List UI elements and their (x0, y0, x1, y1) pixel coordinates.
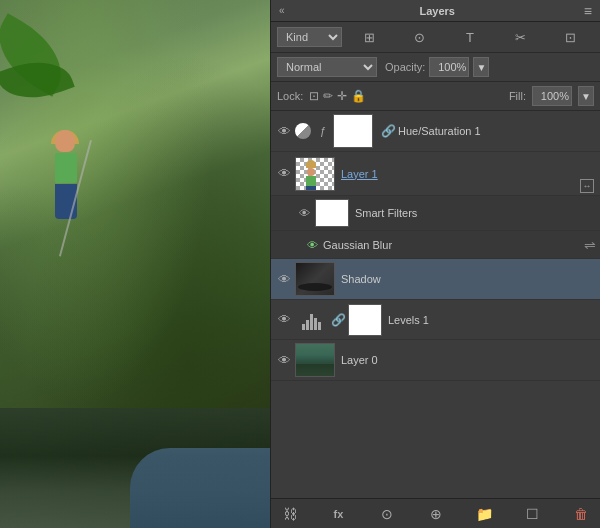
layer-thumb-hue-sat (333, 114, 373, 148)
link-icon-levels1: 🔗 (331, 313, 346, 327)
panel-title: Layers (419, 5, 454, 17)
blend-bar: Normal Multiply Screen Overlay Opacity: … (271, 53, 600, 82)
levels-icon (295, 304, 327, 336)
lock-position-icon[interactable]: ✛ (337, 89, 347, 103)
link-icon-hue-sat: 🔗 (381, 124, 396, 138)
lock-all-icon[interactable]: 🔒 (351, 89, 366, 103)
footer-delete-icon[interactable]: 🗑 (570, 506, 592, 522)
footer-fx-icon[interactable]: fx (328, 508, 350, 520)
visibility-eye-layer1[interactable]: 👁 (275, 166, 293, 181)
footer-new-layer-icon[interactable]: ☐ (522, 506, 544, 522)
fill-dropdown-button[interactable]: ▼ (578, 86, 594, 106)
background-photo (0, 0, 270, 528)
water-area (130, 448, 270, 528)
lock-image-icon[interactable]: ✏ (323, 89, 333, 103)
layers-list: 👁 ƒ 🔗 Hue/Saturation 1 👁 Layer 1 (271, 111, 600, 498)
fx-icon-hue-sat: ƒ (315, 125, 331, 137)
layer-name-shadow: Shadow (341, 273, 596, 285)
visibility-eye-layer0[interactable]: 👁 (275, 353, 293, 368)
footer-group-icon[interactable]: 📁 (473, 506, 495, 522)
panel-footer: ⛓ fx ⊙ ⊕ 📁 ☐ 🗑 (271, 498, 600, 528)
visibility-eye-gaussian[interactable]: 👁 (303, 239, 321, 251)
layer-row-shadow[interactable]: 👁 Shadow (271, 259, 600, 300)
layer-row-layer0[interactable]: 👁 Layer 0 (271, 340, 600, 381)
panel-header: « Layers ≡ (271, 0, 600, 22)
lock-bar: Lock: ⊡ ✏ ✛ 🔒 Fill: ▼ (271, 82, 600, 111)
layer-row-smart-filters[interactable]: 👁 Smart Filters (271, 196, 600, 231)
layer-transform-badge: ↔ (580, 179, 594, 193)
visibility-eye-smart-filters[interactable]: 👁 (295, 207, 313, 219)
opacity-label: Opacity: (385, 61, 425, 73)
kind-shape-icon[interactable]: ✂ (511, 30, 529, 45)
opacity-dropdown-button[interactable]: ▼ (473, 57, 489, 77)
layer-mask-levels1 (348, 304, 382, 336)
fill-input[interactable] (532, 86, 572, 106)
layer-name-layer0: Layer 0 (341, 354, 596, 366)
lock-transparent-icon[interactable]: ⊡ (309, 89, 319, 103)
layer-name-gaussian-blur: Gaussian Blur (323, 239, 596, 251)
layer-row-layer1[interactable]: 👁 Layer 1 ↔ (271, 152, 600, 196)
lock-label: Lock: (277, 90, 303, 102)
layer-row-hue-sat[interactable]: 👁 ƒ 🔗 Hue/Saturation 1 (271, 111, 600, 152)
visibility-eye-shadow[interactable]: 👁 (275, 272, 293, 287)
girl-head (55, 130, 75, 152)
layer-name-smart-filters: Smart Filters (355, 207, 596, 219)
kind-bar: Kind ⊞ ⊙ T ✂ ⊡ (271, 22, 600, 53)
girl-torso (55, 153, 77, 183)
adjustment-icon-hue-sat (295, 123, 311, 139)
layers-panel: « Layers ≡ Kind ⊞ ⊙ T ✂ ⊡ Normal Multipl… (270, 0, 600, 528)
kind-pixel-icon[interactable]: ⊞ (361, 30, 379, 45)
layer-thumb-layer1 (295, 157, 335, 191)
kind-smart-icon[interactable]: ⊡ (561, 30, 579, 45)
layer-thumb-smart-filter (315, 199, 349, 227)
footer-mask-icon[interactable]: ⊙ (376, 506, 398, 522)
layer-row-gaussian-blur[interactable]: 👁 Gaussian Blur ⇌ (271, 231, 600, 259)
fill-label: Fill: (509, 90, 526, 102)
lock-icons-group: ⊡ ✏ ✛ 🔒 (309, 89, 366, 103)
panel-menu-icon[interactable]: ≡ (584, 3, 592, 19)
opacity-input[interactable] (429, 57, 469, 77)
layer-name-link-layer1[interactable]: Layer 1 (341, 168, 378, 180)
layer-name-layer1: Layer 1 (341, 168, 596, 180)
footer-adjustment-icon[interactable]: ⊕ (425, 506, 447, 522)
blur-settings-icon[interactable]: ⇌ (584, 237, 596, 253)
kind-adjustment-icon[interactable]: ⊙ (411, 30, 429, 45)
layer-name-hue-sat: Hue/Saturation 1 (398, 125, 596, 137)
kind-select[interactable]: Kind (277, 27, 342, 47)
layer-thumb-layer0 (295, 343, 335, 377)
blend-mode-select[interactable]: Normal Multiply Screen Overlay (277, 57, 377, 77)
kind-type-icon[interactable]: T (461, 30, 479, 45)
layer-row-levels1[interactable]: 👁 🔗 Levels 1 (271, 300, 600, 340)
kind-icons: ⊞ ⊙ T ✂ ⊡ (346, 30, 594, 45)
layer-thumb-shadow (295, 262, 335, 296)
layer-name-levels1: Levels 1 (388, 314, 596, 326)
panel-collapse-icon[interactable]: « (279, 5, 285, 16)
footer-link-icon[interactable]: ⛓ (279, 506, 301, 522)
visibility-eye-hue-sat[interactable]: 👁 (275, 124, 293, 139)
visibility-eye-levels1[interactable]: 👁 (275, 312, 293, 327)
